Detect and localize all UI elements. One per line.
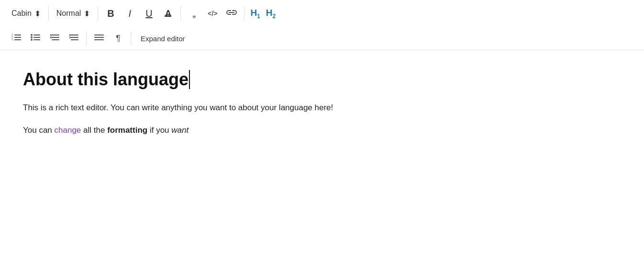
text-cursor: [189, 70, 190, 89]
svg-point-11: [31, 39, 33, 41]
toolbar-divider-2: [98, 7, 98, 20]
paragraph2-italic: want: [171, 126, 189, 135]
editor-area[interactable]: About this language This is a rich text …: [0, 50, 644, 228]
editor-heading: About this language: [23, 69, 190, 90]
font-family-selector[interactable]: Cabin ⬍: [8, 7, 44, 20]
indent-button[interactable]: [65, 30, 82, 47]
quote-button[interactable]: ,,: [185, 5, 202, 22]
h2-button[interactable]: H2: [264, 5, 278, 22]
code-button[interactable]: </>: [204, 5, 221, 22]
text-style-selector[interactable]: Normal ⬍: [53, 7, 94, 20]
h1-button[interactable]: H1: [248, 5, 262, 22]
color-underline: [165, 15, 171, 17]
italic-button[interactable]: I: [121, 5, 138, 22]
text-style-chevron: ⬍: [84, 9, 90, 18]
svg-text:3: 3: [11, 38, 13, 41]
text-color-button[interactable]: A: [159, 5, 177, 22]
link-button[interactable]: [223, 5, 240, 22]
bold-button[interactable]: B: [102, 5, 119, 22]
toolbar-divider-4: [244, 7, 244, 20]
unordered-list-button[interactable]: [27, 30, 44, 47]
underline-button[interactable]: U: [140, 5, 157, 22]
toolbar-divider-5: [86, 32, 87, 45]
dedent-button[interactable]: [46, 30, 63, 47]
svg-point-10: [31, 36, 33, 38]
paragraph2-bold: formatting: [107, 126, 147, 135]
toolbar-row-1: Cabin ⬍ Normal ⬍ B I U A ,,: [8, 0, 636, 27]
toolbar-divider-6: [131, 32, 131, 45]
toolbar: Cabin ⬍ Normal ⬍ B I U A ,,: [0, 0, 644, 50]
paragraph-button[interactable]: ¶: [110, 30, 127, 47]
toolbar-divider-1: [48, 7, 49, 20]
text-style-label: Normal: [56, 9, 81, 18]
svg-point-9: [31, 34, 33, 36]
ordered-list-button[interactable]: 1 2 3: [8, 30, 25, 47]
editor-paragraph-1: This is a rich text editor. You can writ…: [23, 101, 621, 114]
font-family-chevron: ⬍: [34, 9, 41, 18]
font-family-label: Cabin: [11, 9, 32, 18]
expand-editor-button[interactable]: Expand editor: [135, 33, 191, 45]
toolbar-divider-3: [180, 7, 181, 20]
toolbar-row-2: 1 2 3: [8, 27, 636, 50]
editor-paragraph-2: You can change all the formatting if you…: [23, 124, 621, 137]
align-button[interactable]: [90, 30, 108, 47]
paragraph2-link[interactable]: change: [55, 126, 81, 135]
